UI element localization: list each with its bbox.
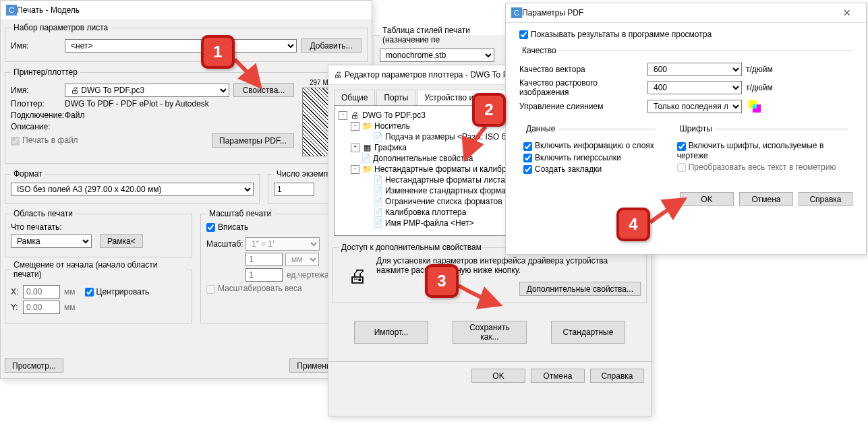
include-hyperlinks-check[interactable]: Включить гиперссылки [523, 153, 621, 162]
raster-unit: т/дюйм [746, 83, 773, 92]
close-icon[interactable]: ✕ [834, 7, 861, 18]
fit-to-paper-check[interactable]: Вписать [206, 222, 248, 232]
vector-quality-label: Качество вектора [519, 65, 647, 74]
fonts-legend: Шрифты [677, 124, 715, 133]
save-as-button[interactable]: Сохранить как... [453, 321, 527, 344]
paper-format-select[interactable]: ISO без полей A3 (297.00 x 420.00 мм) [11, 183, 254, 196]
style-table-legend: Таблица стилей печати (назначение пе [380, 26, 515, 44]
print-title: Печать - Модель [17, 5, 80, 15]
plotter-label: Плоттер: [11, 99, 65, 108]
editor-title: Редактор параметров плоттера - DWG To P [345, 70, 509, 80]
printer-group: Принтер/плоттер Имя: 🖨 DWG To PDF.pc3 Св… [5, 67, 368, 164]
y-label: Y: [11, 303, 23, 312]
plotter-icon: 🖨 [334, 70, 342, 80]
window-select-button[interactable]: Рамка< [100, 234, 143, 248]
callout-3: 3 [425, 264, 459, 298]
offset-group: Смещение от начала (начало области печат… [5, 260, 192, 323]
conn-value: Файл [65, 111, 85, 120]
app-icon: C [511, 7, 522, 18]
editor-help-button[interactable]: Справка [590, 369, 644, 383]
tab-general[interactable]: Общие [334, 90, 375, 105]
callout-2: 2 [472, 93, 506, 127]
scale-unit2-label: ед.чертежа [287, 270, 329, 280]
raster-quality-label: Качество растрового изображения [519, 78, 647, 97]
vector-quality-select[interactable]: 600 [647, 63, 742, 76]
access-legend: Доступ к дополнительным свойствам [339, 243, 484, 252]
pagesetup-name-label: Имя: [11, 41, 65, 51]
offset-legend: Смещение от начала (начало области печат… [11, 260, 186, 279]
plot-to-file-check: Печать в файл [11, 135, 78, 145]
arrow-3 [453, 278, 507, 311]
editor-cancel-button[interactable]: Отмена [531, 369, 585, 383]
center-plot-check[interactable]: Центрировать [85, 287, 150, 297]
add-pagesetup-button[interactable]: Добавить... [301, 38, 361, 53]
plot-area-group: Область печати Что печатать: Рамка Рамка… [5, 209, 192, 257]
defaults-button[interactable]: Стандартные [551, 321, 625, 344]
printer-large-icon: 🖨 [348, 265, 367, 287]
style-table-group: Таблица стилей печати (назначение пе mon… [374, 26, 521, 69]
access-text: Для установки параметров интерфейса драй… [376, 256, 641, 275]
callout-1: 1 [201, 35, 235, 69]
page-setup-group: Набор параметров листа Имя: <нет> Добави… [5, 23, 368, 62]
callout-4: 4 [616, 208, 650, 241]
copies-input[interactable] [274, 183, 314, 196]
include-fonts-check[interactable]: Включить шрифты, используемые в чертеже [677, 141, 848, 160]
printer-name-label: Имя: [11, 86, 65, 95]
pdf-params-button[interactable]: Параметры PDF... [212, 133, 294, 148]
scale-unit1-input [245, 253, 283, 266]
print-titlebar: C Печать - Модель [1, 1, 372, 20]
offset-y-input[interactable] [23, 301, 60, 314]
arrow-1 [229, 54, 270, 94]
fonts-group: Шрифты Включить шрифты, используемые в ч… [677, 124, 848, 181]
print-dialog: C Печать - Модель Набор параметров листа… [0, 0, 372, 379]
show-results-check[interactable]: Показывать результаты в программе просмо… [519, 30, 712, 39]
pdf-title: Параметры PDF [522, 8, 583, 18]
offset-x-unit: мм [64, 287, 76, 297]
pagesetup-name-select[interactable]: <нет> [65, 39, 297, 53]
quality-legend: Качество [519, 46, 559, 55]
scale-unit-select: мм [285, 253, 319, 266]
import-button[interactable]: Импорт... [354, 321, 428, 344]
raster-quality-select[interactable]: 400 [647, 81, 742, 94]
merge-icon [747, 99, 762, 114]
what-to-plot-label: Что печатать: [11, 222, 186, 232]
desc-label: Описание: [11, 122, 65, 131]
format-group: Формат ISO без полей A3 (297.00 x 420.00… [5, 169, 260, 204]
x-label: X: [11, 287, 23, 297]
plotter-value: DWG To PDF - PDF ePlot - by Autodesk [65, 99, 209, 108]
merge-select[interactable]: Только последняя линия [647, 100, 742, 113]
format-legend: Формат [11, 169, 45, 179]
custom-properties-button[interactable]: Дополнительные свойства... [519, 282, 641, 296]
scale-unit2-input [245, 268, 283, 282]
convert-text-check: Преобразовать весь текст в геометрию [677, 162, 836, 172]
scale-legend: Масштаб печати [206, 209, 274, 218]
scale-lineweights-check: Масштабировать веса [206, 284, 302, 293]
scale-label: Масштаб: [206, 239, 245, 249]
pdf-help-button[interactable]: Справка [799, 192, 852, 206]
offset-y-unit: мм [64, 303, 76, 312]
plot-area-legend: Область печати [11, 209, 76, 218]
plot-area-select[interactable]: Рамка [11, 235, 92, 248]
page-setup-legend: Набор параметров листа [11, 23, 111, 32]
vector-unit: т/дюйм [746, 65, 773, 74]
merge-label: Управление слиянием [519, 102, 647, 111]
svg-rect-6 [753, 104, 757, 108]
svg-text:C: C [514, 9, 519, 17]
data-legend: Данные [523, 124, 558, 133]
app-icon: C [6, 5, 17, 15]
arrow-2 [459, 121, 499, 168]
editor-ok-button[interactable]: OK [471, 369, 525, 383]
create-bookmarks-check[interactable]: Создать закладки [523, 164, 602, 174]
scale-select: 1" = 1' [245, 237, 320, 251]
svg-text:C: C [9, 6, 14, 14]
tab-ports[interactable]: Порты [376, 90, 415, 105]
style-table-select[interactable]: monochrome.stb [380, 49, 494, 62]
pdf-cancel-button[interactable]: Отмена [739, 192, 793, 206]
include-layers-check[interactable]: Включить информацию о слоях [523, 141, 654, 150]
offset-x-input[interactable] [23, 285, 60, 299]
quality-group: Качество Качество вектора600т/дюйм Качес… [519, 46, 852, 121]
printer-name-select[interactable]: 🖨 DWG To PDF.pc3 [65, 84, 229, 97]
printer-legend: Принтер/плоттер [11, 67, 80, 77]
preview-button[interactable]: Просмотр... [5, 359, 63, 373]
pdf-titlebar: C Параметры PDF ✕ [506, 3, 866, 23]
